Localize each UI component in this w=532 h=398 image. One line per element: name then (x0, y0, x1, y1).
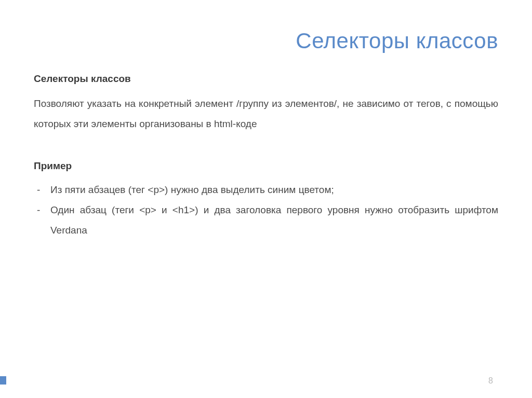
section-subtitle: Селекторы классов (34, 73, 498, 85)
description-text: Позволяют указать на конкретный элемент … (34, 94, 498, 134)
slide-title: Селекторы классов (34, 29, 498, 53)
list-item: Из пяти абзацев (тег <p>) нужно два выде… (34, 180, 498, 200)
example-title: Пример (34, 160, 498, 172)
slide-marker-icon (0, 376, 6, 385)
list-item: Один абзац (теги <p> и <h1>) и два загол… (34, 200, 498, 241)
example-list: Из пяти абзацев (тег <p>) нужно два выде… (34, 180, 498, 241)
page-number: 8 (488, 376, 493, 386)
